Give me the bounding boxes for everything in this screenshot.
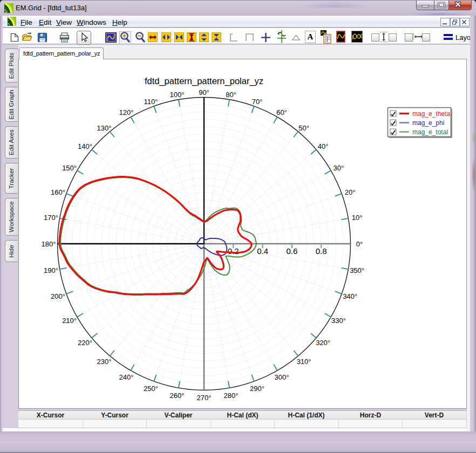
svg-text:mag_e_phi: mag_e_phi [412,119,444,127]
svg-text:mag_e_theta: mag_e_theta [412,110,450,118]
svg-text:mag_e_total: mag_e_total [412,128,448,136]
